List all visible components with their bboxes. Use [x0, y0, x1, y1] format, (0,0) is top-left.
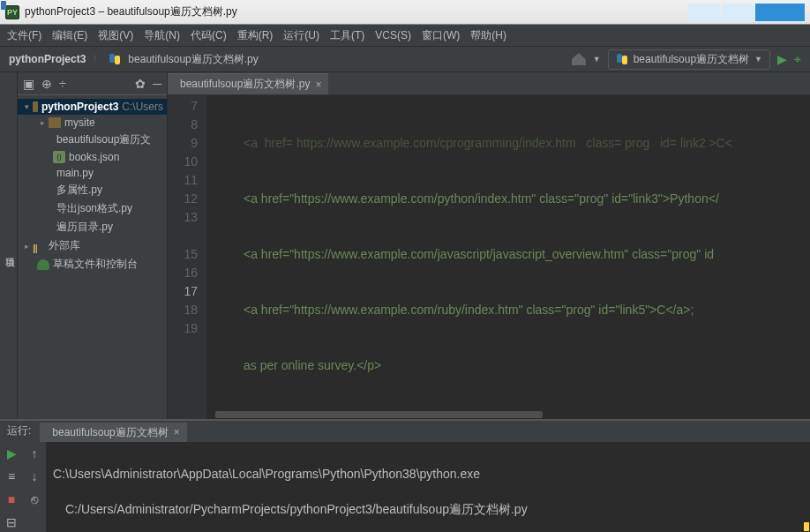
- tree-label: 导出json格式.py: [56, 201, 132, 216]
- layout-icon[interactable]: ⊟: [0, 511, 23, 532]
- project-tree: ▣ ⊕ ÷ ✿ ─ ▾ pythonProject3 C:\Users ▸mys…: [18, 72, 168, 419]
- user-chevron-icon[interactable]: ▼: [593, 55, 601, 64]
- win-button-3[interactable]: [755, 4, 805, 21]
- tree-label: 外部库: [49, 238, 80, 253]
- win-button-1[interactable]: [688, 4, 720, 21]
- tree-item-file1[interactable]: beautifulsoup遍历文: [18, 131, 167, 149]
- menu-code[interactable]: 代码(C): [191, 28, 227, 43]
- run-body: ▶ ↑ ≡ ↓ ■ ⎋ ⊟ 🗑 C:\Users\Administrator\A…: [0, 442, 810, 532]
- tree-item-file5[interactable]: 导出json格式.py: [18, 199, 167, 218]
- editor: beautifulsoup遍历文档树.py × 789 101112 1315 …: [168, 72, 810, 419]
- tree-item-file4[interactable]: 多属性.py: [18, 181, 167, 199]
- side-tab-project[interactable]: 项目: [0, 72, 18, 419]
- tree-tool-2[interactable]: ⊕: [41, 77, 52, 91]
- menu-vcs[interactable]: VCS(S): [375, 29, 411, 41]
- tree-label: main.py: [56, 167, 94, 179]
- folder-icon: [49, 117, 61, 128]
- run-config-name: beautifulsoup遍历文档树: [634, 52, 749, 67]
- run-tab[interactable]: beautifulsoup遍历文档树 ×: [40, 423, 186, 442]
- tree-label: 草稿文件和控制台: [53, 257, 138, 272]
- navbar: pythonProject3 〉 beautifulsoup遍历文档树.py ▼…: [0, 46, 810, 72]
- run-button[interactable]: ▶: [777, 52, 787, 66]
- editor-tabbar: beautifulsoup遍历文档树.py ×: [168, 72, 810, 95]
- tree-item-scratch[interactable]: 草稿文件和控制台: [18, 255, 167, 273]
- tree-tool-3[interactable]: ÷: [59, 77, 66, 91]
- scratch-icon: [37, 259, 49, 270]
- run-toolbar: ▶ ↑ ≡ ↓ ■ ⎋ ⊟ 🗑: [0, 442, 46, 532]
- user-icon[interactable]: [572, 53, 586, 65]
- gutter: 789 101112 1315 161718 19: [168, 95, 206, 419]
- horizontal-scrollbar[interactable]: [215, 410, 810, 419]
- menu-nav[interactable]: 导航(N): [144, 28, 180, 43]
- up-icon[interactable]: ↑: [23, 442, 46, 465]
- gear-icon[interactable]: ✿: [135, 77, 146, 91]
- editor-tab[interactable]: beautifulsoup遍历文档树.py ×: [168, 73, 328, 94]
- tree-label: mysite: [64, 116, 95, 129]
- workarea: 项目 ▣ ⊕ ÷ ✿ ─ ▾ pythonProject3 C:\Users ▸…: [0, 72, 810, 419]
- tree-root-name: pythonProject3: [41, 101, 118, 113]
- menubar: 文件(F) 编辑(E) 视图(V) 导航(N) 代码(C) 重构(R) 运行(U…: [0, 25, 810, 46]
- tree-label: beautifulsoup遍历文: [56, 132, 151, 147]
- run-config-selector[interactable]: beautifulsoup遍历文档树 ▼: [608, 49, 770, 70]
- menu-refactor[interactable]: 重构(R): [237, 28, 274, 43]
- menu-window[interactable]: 窗口(W): [422, 28, 460, 43]
- chevron-down-icon: ▾: [25, 102, 29, 111]
- tool-icon[interactable]: ≡: [0, 465, 23, 488]
- tree-item-file6[interactable]: 遍历目录.py: [18, 218, 167, 236]
- menu-edit[interactable]: 编辑(E): [52, 28, 87, 43]
- python-run-icon: [616, 53, 628, 65]
- rerun-button[interactable]: ▶: [0, 442, 23, 465]
- tree-item-mysite[interactable]: ▸mysite: [18, 115, 167, 131]
- menu-tools[interactable]: 工具(T): [330, 28, 364, 43]
- menu-file[interactable]: 文件(F): [7, 28, 41, 43]
- scrollbar-thumb[interactable]: [215, 411, 543, 418]
- close-icon[interactable]: ×: [315, 79, 321, 91]
- win-button-2[interactable]: [722, 4, 754, 21]
- tree-hide-icon[interactable]: ─: [153, 77, 161, 91]
- code-area[interactable]: 789 101112 1315 161718 19 <a href= https…: [168, 95, 810, 419]
- library-icon: [33, 242, 45, 251]
- tree-label: 多属性.py: [56, 183, 102, 198]
- debug-button[interactable]: ⌖: [794, 52, 801, 67]
- tree-item-libs[interactable]: ▸外部库: [18, 236, 167, 255]
- app-icon: PY: [5, 5, 19, 19]
- json-file-icon: {}: [53, 151, 65, 163]
- tree-label: books.json: [69, 151, 119, 163]
- tree-item-file3[interactable]: main.py: [18, 165, 167, 181]
- tree-item-file2[interactable]: {}books.json: [18, 149, 167, 165]
- run-config-chevron-icon: ▼: [754, 55, 762, 64]
- menu-help[interactable]: 帮助(H): [470, 28, 506, 43]
- breadcrumb-file[interactable]: beautifulsoup遍历文档树.py: [128, 52, 258, 67]
- console-line: C:\Users\Administrator\AppData\Local\Pro…: [53, 465, 803, 483]
- down-icon[interactable]: ↓: [23, 465, 46, 488]
- run-panel: 运行: beautifulsoup遍历文档树 × ▶ ↑ ≡ ↓ ■ ⎋ ⊟ 🗑…: [0, 419, 810, 532]
- editor-tab-label: beautifulsoup遍历文档树.py: [180, 77, 310, 92]
- tree-tool-1[interactable]: ▣: [23, 77, 34, 91]
- menu-run[interactable]: 运行(U): [283, 28, 319, 43]
- titlebar: PY pythonProject3 – beautifulsoup遍历文档树.p…: [0, 0, 810, 25]
- menu-view[interactable]: 视图(V): [98, 28, 133, 43]
- tree-label: 遍历目录.py: [56, 220, 113, 235]
- breadcrumb-project[interactable]: pythonProject3: [9, 53, 86, 65]
- run-header: 运行: beautifulsoup遍历文档树 ×: [0, 421, 810, 442]
- folder-icon: [33, 101, 38, 112]
- run-tab-label: beautifulsoup遍历文档树: [52, 425, 168, 440]
- console-line: C:/Users/Administrator/PycharmProjects/p…: [53, 500, 803, 518]
- close-icon[interactable]: ×: [174, 426, 180, 438]
- breadcrumb-separator: 〉: [93, 53, 101, 65]
- export-icon[interactable]: ⎋: [23, 488, 46, 511]
- console-output[interactable]: C:\Users\Administrator\AppData\Local\Pro…: [46, 442, 810, 532]
- run-label: 运行:: [7, 423, 31, 442]
- titlebar-text: pythonProject3 – beautifulsoup遍历文档树.py: [25, 4, 237, 19]
- tree-root-path: C:\Users: [122, 101, 163, 113]
- tree-root[interactable]: ▾ pythonProject3 C:\Users: [18, 99, 167, 115]
- code-lines[interactable]: <a href= https://www.example.com/cprogra…: [206, 95, 810, 419]
- python-file-icon: [109, 53, 121, 65]
- stop-button[interactable]: ■: [0, 488, 23, 511]
- tree-toolbar: ▣ ⊕ ÷ ✿ ─: [18, 72, 167, 95]
